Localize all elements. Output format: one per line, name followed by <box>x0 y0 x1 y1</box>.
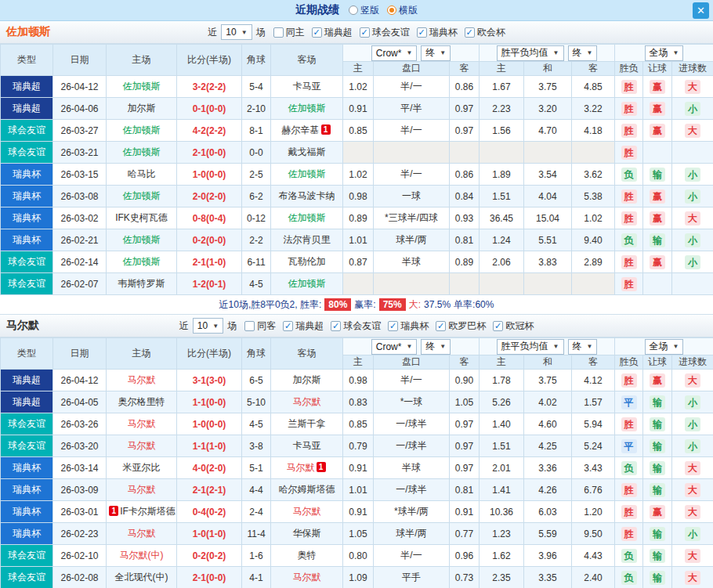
handicap-result-badge: 输 <box>650 417 665 431</box>
result-badge: 负 <box>621 549 637 563</box>
bookmaker-dropdown[interactable]: Crow*▼ <box>371 339 418 355</box>
result-badge-cell: 胜 <box>615 370 643 391</box>
odds-away: 0.86 <box>450 76 480 98</box>
home-team: 佐加顿斯 <box>107 120 177 142</box>
filter-checkbox[interactable]: ✓欧罗巴杯 <box>436 319 486 333</box>
league-badge: 球会友谊 <box>1 413 53 435</box>
filter-checkbox[interactable]: ✓球会友谊 <box>360 26 410 39</box>
away-team: 法尔肯贝里 <box>271 229 343 251</box>
bookmaker-dropdown[interactable]: Crow*▼ <box>371 45 418 61</box>
filter-checkbox[interactable]: ✓瑞典超 <box>312 26 353 39</box>
result-badge-cell: 胜 <box>615 479 643 501</box>
goals-result-badge: 小 <box>685 439 700 453</box>
filter-checkbox-label: 瑞典超 <box>295 319 324 333</box>
goals-result-badge: 小 <box>685 168 700 182</box>
goals-result-badge-cell <box>672 273 713 295</box>
mean-type-dropdown[interactable]: 胜平负均值▼ <box>497 45 564 61</box>
result-badge-cell: 胜 <box>615 120 643 142</box>
result-badge: 胜 <box>621 505 637 519</box>
layout-radio[interactable]: 竖版 <box>349 4 379 17</box>
mean-away: 2.40 <box>572 567 615 588</box>
team-section-header-2: 马尔默 近 10▼ 场 同客✓瑞典超✓球会友谊✓瑞典杯✓欧罗巴杯✓欧冠杯 <box>0 315 713 337</box>
mean-home: 2.06 <box>480 251 524 273</box>
goals-result-badge-cell: 小 <box>672 435 713 457</box>
team-name-text: 马尔默 <box>293 506 321 517</box>
match-score: 0-2(0-0) <box>177 229 242 251</box>
result-badge-cell: 胜 <box>615 413 643 435</box>
mean-away: 5.94 <box>572 413 615 435</box>
recent-count-dropdown[interactable]: 10▼ <box>221 24 252 40</box>
goals-result-badge-cell: 大 <box>672 567 713 588</box>
result-badge-cell: 胜 <box>615 142 643 164</box>
mean-away: 2.89 <box>572 251 615 273</box>
goals-result-badge-cell <box>672 142 713 164</box>
goals-result-badge: 大 <box>685 505 700 519</box>
handicap-result-badge-cell: 输 <box>643 545 672 567</box>
goals-result-badge: 小 <box>685 102 700 116</box>
filter-checkbox[interactable]: ✓欧冠杯 <box>493 319 534 333</box>
filter-checkbox-label: 同主 <box>286 26 305 39</box>
odds-final-dropdown[interactable]: 终▼ <box>421 339 451 355</box>
mean-away: 1.57 <box>572 391 615 413</box>
scope-dropdown[interactable]: 全场▼ <box>645 45 684 61</box>
away-team: 瓦勒伦加 <box>271 251 343 273</box>
handicap-result-badge-cell: 赢 <box>643 501 672 523</box>
chevron-down-icon: ▼ <box>553 49 559 56</box>
odds-away: 0.91 <box>450 501 480 523</box>
summary-part: 75% <box>379 298 406 311</box>
odds-away: 0.86 <box>450 164 480 186</box>
team-name: 佐加顿斯 <box>6 25 50 39</box>
odds-final-dropdown[interactable]: 终▼ <box>421 45 451 61</box>
close-button[interactable]: ✕ <box>693 2 709 19</box>
mean-final-dropdown[interactable]: 终▼ <box>568 45 598 61</box>
filter-checkbox-label: 球会友谊 <box>343 319 381 333</box>
filter-checkbox[interactable]: ✓瑞典超 <box>283 319 324 333</box>
mean-draw: 3.35 <box>524 567 572 588</box>
recent-count-dropdown[interactable]: 10▼ <box>193 318 223 334</box>
match-score: 1-0(0-0) <box>177 413 242 435</box>
result-badge: 负 <box>621 571 637 585</box>
mean-type-dropdown[interactable]: 胜平负均值▼ <box>497 339 564 355</box>
handicap-line: 球半/两 <box>374 523 450 545</box>
filter-checkbox[interactable]: 同客 <box>244 319 276 333</box>
league-badge: 球会友谊 <box>1 251 53 273</box>
league-badge: 球会友谊 <box>1 545 53 567</box>
match-row: 球会友谊26-03-26马尔默1-0(0-0)4-5兰斯干拿0.85一/球半0.… <box>1 413 713 435</box>
checkbox-checked-icon: ✓ <box>360 27 370 38</box>
home-team: 佐加顿斯 <box>107 251 177 273</box>
filter-checkbox[interactable]: ✓欧会杯 <box>465 26 505 39</box>
result-badge: 胜 <box>621 417 637 431</box>
filter-checkbox[interactable]: ✓瑞典杯 <box>417 26 458 39</box>
corner-score: 4-1 <box>242 567 271 588</box>
corner-score: 4-5 <box>242 273 271 295</box>
match-date: 26-02-21 <box>53 229 107 251</box>
mean-final-dropdown[interactable]: 终▼ <box>568 339 598 355</box>
col-header-type: 类型 <box>1 338 53 370</box>
result-badge: 负 <box>621 233 637 247</box>
handicap-result-badge-cell: 输 <box>643 391 672 413</box>
filter-checkbox[interactable]: 同主 <box>273 26 305 39</box>
layout-radio[interactable]: 横版 <box>387 4 418 17</box>
team-name-text: 兰斯干拿 <box>288 418 326 429</box>
checkbox-checked-icon: ✓ <box>465 27 475 38</box>
odds-away: 0.77 <box>450 523 480 545</box>
checkbox-checked-icon: ✓ <box>283 321 293 331</box>
scope-dropdown[interactable]: 全场▼ <box>645 339 684 355</box>
close-icon: ✕ <box>697 5 705 16</box>
league-badge: 瑞典杯 <box>1 186 53 207</box>
goals-result-badge: 大 <box>685 571 700 585</box>
result-badge-cell: 胜 <box>615 76 643 98</box>
match-score: 2-1(1-0) <box>177 251 242 273</box>
mean-header-group: 胜平负均值▼ 终▼ <box>480 338 615 355</box>
result-badge-cell: 胜 <box>615 251 643 273</box>
result-badge: 平 <box>621 395 637 409</box>
match-row: 瑞典杯26-02-21佐加顿斯0-2(0-0)2-2法尔肯贝里1.01球半/两0… <box>1 229 713 251</box>
league-badge: 瑞典超 <box>1 370 53 391</box>
result-badge-cell: 胜 <box>615 501 643 523</box>
filter-checkbox[interactable]: ✓瑞典杯 <box>388 319 429 333</box>
filter-checkbox[interactable]: ✓球会友谊 <box>331 319 381 333</box>
titlebar: 近期战绩 竖版横版 ✕ <box>0 0 713 21</box>
team-name-text: 加尔斯 <box>128 103 156 114</box>
league-badge: 瑞典杯 <box>1 501 53 523</box>
goals-result-badge-cell: 大 <box>672 207 713 229</box>
